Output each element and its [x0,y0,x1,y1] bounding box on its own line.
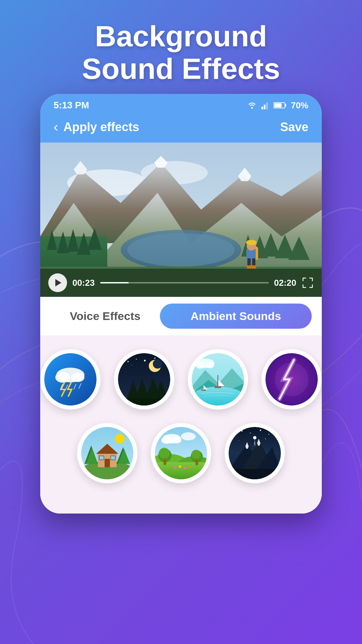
ambient-item-night[interactable] [114,349,174,410]
page-title: Background Sound Effects [0,20,362,85]
svg-rect-85 [111,456,115,460]
svg-point-116 [238,440,239,441]
svg-rect-84 [99,456,104,460]
svg-point-49 [144,360,146,362]
svg-point-50 [154,358,156,359]
ambient-item-thunder[interactable] [261,349,322,410]
svg-rect-83 [105,459,110,467]
progress-fill [100,282,129,283]
tab-ambient-sounds[interactable]: Ambient Sounds [160,304,312,329]
svg-rect-65 [215,386,221,388]
video-controls: 00:23 02:20 [40,269,322,297]
status-bar: 5:13 PM 70% [40,94,322,114]
svg-point-113 [260,430,261,431]
svg-point-52 [131,365,132,365]
svg-point-103 [191,450,201,459]
svg-rect-1 [261,107,263,109]
ambient-item-meadow[interactable] [151,423,211,483]
screen-title: Apply effects [63,120,139,134]
save-button[interactable]: Save [280,120,308,134]
svg-point-110 [235,433,236,434]
svg-point-117 [265,438,266,439]
wifi-icon [247,101,257,109]
svg-point-93 [161,437,172,444]
svg-point-94 [172,437,181,443]
svg-rect-60 [118,398,170,406]
progress-bar[interactable] [100,282,269,283]
svg-rect-6 [274,103,282,107]
svg-point-47 [127,361,129,362]
battery-icon [274,102,287,109]
svg-point-107 [184,467,186,469]
ambient-row-2 [54,423,308,483]
status-time: 5:13 PM [54,100,89,111]
video-player: 00:23 02:20 [40,143,322,297]
svg-point-48 [136,359,137,360]
svg-point-106 [179,466,181,468]
ambient-item-cabin[interactable] [77,423,137,483]
svg-point-100 [159,448,170,459]
phone-mockup: 5:13 PM 70% [40,94,322,514]
svg-point-0 [251,107,253,109]
ambient-item-mountain-night[interactable] [225,423,285,483]
fullscreen-button[interactable] [302,277,314,289]
svg-point-114 [268,434,269,435]
svg-rect-68 [201,389,206,391]
current-time: 00:23 [72,278,95,288]
tab-voice-effects[interactable]: Voice Effects [50,304,160,329]
svg-point-72 [206,362,214,368]
svg-point-111 [241,430,243,432]
signal-icon [261,101,269,109]
total-time: 02:20 [274,278,297,288]
play-button[interactable] [48,273,67,292]
svg-point-41 [71,373,84,382]
svg-rect-104 [195,460,198,465]
svg-point-108 [189,466,191,468]
tab-switcher: Voice Effects Ambient Sounds [40,297,322,336]
ambient-item-storm[interactable] [40,349,101,410]
svg-point-118 [253,436,256,439]
svg-point-55 [153,359,162,369]
svg-point-71 [195,362,205,369]
battery-percent: 70% [291,100,308,111]
svg-rect-124 [229,469,281,479]
app-header: ‹ Apply effects Save [40,114,322,143]
svg-rect-101 [164,459,166,465]
svg-rect-3 [266,103,268,109]
ambient-row-1 [54,349,308,410]
svg-point-115 [274,431,276,433]
svg-point-40 [55,372,70,383]
svg-point-86 [115,434,124,443]
svg-point-105 [174,466,176,469]
svg-rect-98 [155,462,207,479]
svg-rect-5 [285,104,286,107]
back-button[interactable]: ‹ [54,119,58,135]
ambient-item-lake[interactable] [188,349,248,410]
svg-rect-2 [264,105,265,109]
svg-point-95 [181,432,196,440]
ambient-sounds-grid [40,336,322,514]
svg-point-112 [250,433,251,434]
